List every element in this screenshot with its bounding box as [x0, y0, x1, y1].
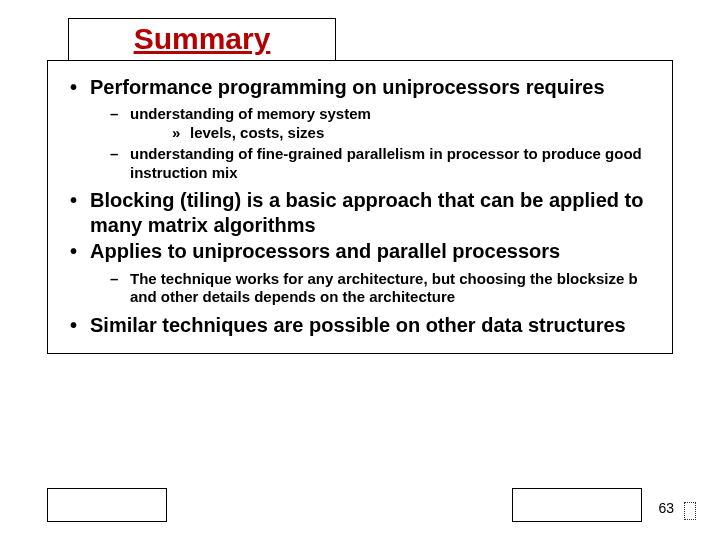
bullet-text: Blocking (tiling) is a basic approach th…: [90, 189, 643, 235]
list-item: The technique works for any architecture…: [90, 270, 654, 308]
list-item: Applies to uniprocessors and parallel pr…: [66, 239, 654, 307]
bullet-text: Performance programming on uniprocessors…: [90, 76, 605, 98]
bullet-text: understanding of fine-grained parallelis…: [130, 145, 642, 181]
bullet-text: levels, costs, sizes: [190, 124, 324, 141]
list-item: Similar techniques are possible on other…: [66, 313, 654, 337]
bullet-text: The technique works for any architecture…: [130, 270, 638, 306]
page-number: 63: [658, 500, 674, 516]
list-item: levels, costs, sizes: [130, 124, 654, 143]
list-item: Blocking (tiling) is a basic approach th…: [66, 188, 654, 237]
bullet-text: Applies to uniprocessors and parallel pr…: [90, 240, 560, 262]
title-box: Summary: [68, 18, 336, 60]
bullet-list: Performance programming on uniprocessors…: [66, 75, 654, 337]
bullet-text: Similar techniques are possible on other…: [90, 314, 626, 336]
corner-placeholder: [684, 502, 696, 520]
list-item: Performance programming on uniprocessors…: [66, 75, 654, 182]
slide-title: Summary: [134, 22, 271, 55]
list-item: understanding of fine-grained parallelis…: [90, 145, 654, 183]
footer-left-placeholder: [47, 488, 167, 522]
footer-right-placeholder: [512, 488, 642, 522]
list-item: understanding of memory system levels, c…: [90, 105, 654, 143]
bullet-text: understanding of memory system: [130, 105, 371, 122]
content-box: Performance programming on uniprocessors…: [47, 60, 673, 354]
